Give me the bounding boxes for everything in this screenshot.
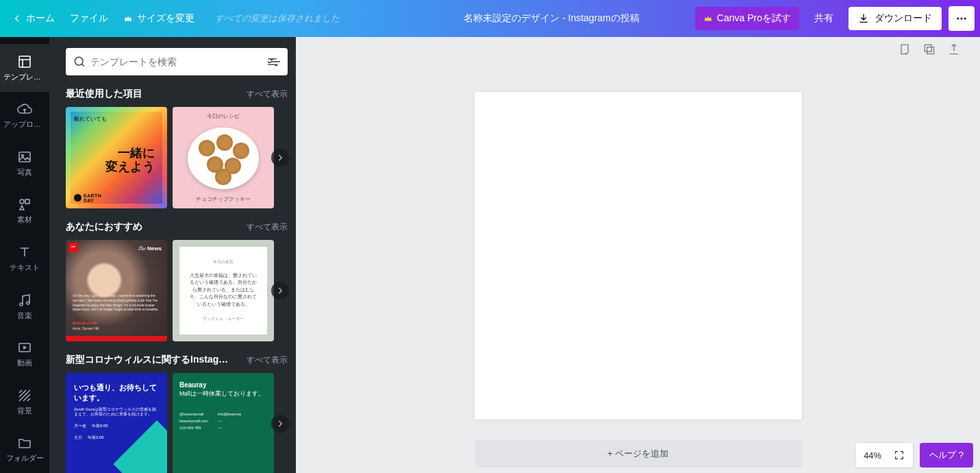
template-item[interactable]: 𝑇ℎ𝑒 News On the day I got my first role,… [66, 240, 167, 341]
try-pro-button[interactable]: Canva Proを試す [695, 7, 799, 30]
template-text: チョコチップクッキー [173, 195, 274, 203]
filter-icon[interactable] [267, 55, 281, 69]
section-covid-head: 新型コロナウィルスに関するInstagr… すべて表示 [66, 354, 288, 366]
svg-point-8 [20, 303, 23, 306]
rail-videos[interactable]: 動画 [0, 330, 49, 378]
svg-point-9 [27, 302, 29, 304]
rail-elements[interactable]: 素材 [0, 187, 49, 235]
music-icon [16, 292, 33, 308]
app-header: ホーム ファイル サイズを変更 すべての変更は保存されました 名称未設定のデザイ… [0, 0, 980, 37]
help-button[interactable]: ヘルプ ? [920, 443, 973, 468]
page-tools [898, 43, 961, 59]
template-text: Beauray [179, 381, 267, 389]
section-covid-row: いつも通り、お待ちしています。 Zenith Storeは新型コロナウィルスの脅… [66, 373, 288, 473]
svg-rect-12 [927, 47, 934, 54]
template-text: Mallは一時休業しております。 [179, 390, 267, 398]
template-item[interactable]: 今日の名言 人生最大の幸福は、愛されているという確信である。自分だから愛されてい… [173, 240, 274, 341]
search-input[interactable] [90, 56, 263, 67]
zoom-control[interactable]: 44% [855, 443, 913, 468]
duplicate-button[interactable] [922, 43, 936, 59]
copy-icon [922, 43, 936, 56]
template-item[interactable]: 今日のレシピ チョコチップクッキー [173, 107, 274, 208]
resize-menu[interactable]: サイズを変更 [123, 12, 194, 25]
more-menu-button[interactable] [948, 6, 975, 31]
template-item[interactable]: Beauray Mallは一時休業しております。 @beauraymallbea… [173, 373, 274, 473]
svg-point-11 [75, 57, 83, 65]
template-item[interactable]: いつも通り、お待ちしています。 Zenith Storeは新型コロナウィルスの脅… [66, 373, 167, 473]
rail-photos[interactable]: 写真 [0, 139, 49, 187]
download-label: ダウンロード [875, 12, 932, 25]
template-text: 今日の名言 [213, 259, 234, 265]
header-left: ホーム ファイル サイズを変更 すべての変更は保存されました [0, 12, 340, 25]
notes-button[interactable] [898, 43, 912, 59]
folder-icon [16, 435, 33, 451]
share-page-button[interactable] [947, 43, 961, 59]
section-recent-title: 最近使用した項目 [66, 88, 142, 100]
section-covid-title: 新型コロナウィルスに関するInstagr… [66, 354, 230, 366]
svg-rect-7 [25, 199, 29, 204]
upload-cloud-icon [16, 101, 33, 117]
file-menu[interactable]: ファイル [70, 12, 108, 25]
template-search[interactable] [66, 48, 288, 75]
side-rail: テンプレー… アップロー… 写真 素材 テキスト 音楽 動画 背景 [0, 37, 49, 473]
svg-rect-4 [19, 152, 30, 162]
chevron-right-icon [275, 419, 285, 428]
rail-photos-label: 写真 [15, 168, 34, 178]
template-text: 一緒に変えよう [105, 147, 155, 174]
rail-uploads[interactable]: アップロー… [0, 92, 49, 140]
section-recent-all[interactable]: すべて表示 [247, 88, 288, 100]
template-text: 月〜金午前9:00 [74, 423, 159, 429]
download-button[interactable]: ダウンロード [849, 7, 942, 30]
rail-music[interactable]: 音楽 [0, 282, 49, 330]
rail-templates[interactable]: テンプレー… [0, 44, 49, 92]
chevron-right-icon [275, 153, 285, 162]
template-text: Zenith Storeは新型コロナウィルスの脅威を踏まえて、お客様のために営業… [74, 407, 159, 417]
upload-icon [947, 43, 961, 56]
resize-label: サイズを変更 [137, 12, 194, 25]
document-title[interactable]: 名称未設定のデザイン - Instagramの投稿 [408, 12, 695, 25]
crown-icon [123, 14, 133, 23]
download-icon [858, 13, 869, 24]
rail-text-label: テキスト [8, 263, 42, 273]
rail-music-label: 音楽 [15, 311, 34, 321]
template-text: EARTHDAY [84, 193, 101, 203]
row-next-button[interactable] [271, 149, 289, 167]
template-text: On the day I got my first role, I spent … [73, 293, 160, 312]
template-text: Actor, Sunset Hill [73, 326, 99, 330]
templates-icon [16, 53, 33, 70]
note-icon [898, 43, 912, 56]
save-status: すべての変更は保存されました [215, 12, 340, 25]
section-recent-head: 最近使用した項目 すべて表示 [66, 88, 288, 100]
templates-panel: 最近使用した項目 すべて表示 離れていても 一緒に変えよう EARTHDAY 今… [49, 37, 296, 473]
rail-uploads-label: アップロー… [1, 120, 48, 130]
template-text: Brandon Hill [73, 321, 97, 325]
svg-point-6 [20, 199, 24, 204]
add-page-button[interactable]: + ページを追加 [475, 440, 802, 468]
editor-stage: + ページを追加 44% ヘルプ ? [296, 37, 980, 473]
row-next-button[interactable] [271, 282, 289, 300]
fullscreen-icon[interactable] [894, 450, 905, 461]
template-text: 人生最大の幸福は、愛されているという確信である。自分だから愛されている、またはむ… [188, 272, 259, 308]
quote-icon [70, 244, 77, 251]
section-covid-all[interactable]: すべて表示 [247, 354, 288, 366]
rail-background[interactable]: 背景 [0, 378, 49, 426]
footer-controls: 44% ヘルプ ? [855, 443, 973, 468]
share-button[interactable]: 共有 [806, 7, 842, 30]
zoom-value: 44% [864, 450, 881, 461]
template-item[interactable]: 離れていても 一緒に変えよう EARTHDAY [66, 107, 167, 208]
crown-icon [703, 14, 713, 23]
text-icon [16, 244, 33, 260]
template-text: いつも通り、お待ちしています。 [74, 383, 159, 403]
home-button[interactable]: ホーム [12, 12, 55, 25]
rail-folders[interactable]: フォルダー [0, 426, 49, 474]
dots-icon [955, 12, 968, 25]
search-icon [73, 55, 86, 69]
section-recommended-all[interactable]: すべて表示 [247, 221, 288, 233]
background-icon [16, 387, 33, 404]
row-next-button[interactable] [271, 415, 289, 433]
rail-text[interactable]: テキスト [0, 234, 49, 282]
design-canvas[interactable] [475, 92, 802, 420]
svg-point-0 [957, 18, 959, 20]
dot-icon [74, 194, 81, 202]
section-recent-row: 離れていても 一緒に変えよう EARTHDAY 今日のレシピ チョコチップクッキ… [66, 107, 288, 208]
